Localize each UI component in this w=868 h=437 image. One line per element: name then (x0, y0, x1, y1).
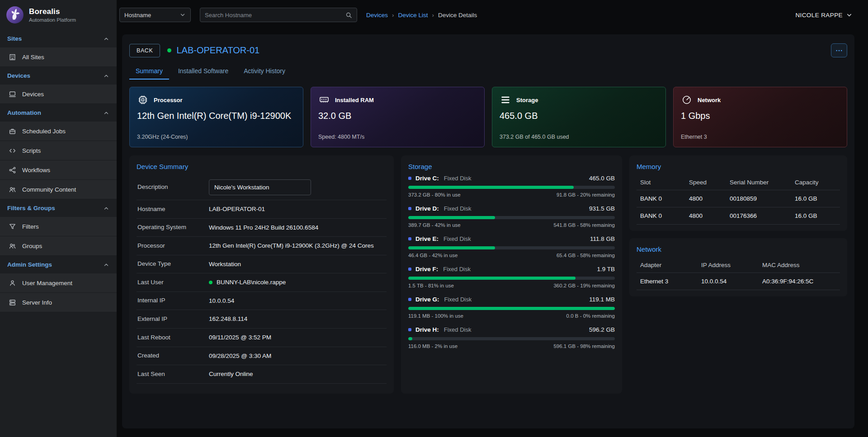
table-row: Ethernet 3 10.0.0.54 A0:36:9F:94:26:5C (637, 273, 840, 290)
stat-card-title: Installed RAM (335, 97, 374, 103)
breadcrumb-link-devices[interactable]: Devices (366, 12, 388, 19)
column-header: IP Address (698, 258, 759, 273)
tab-summary[interactable]: Summary (129, 63, 169, 80)
drive-used: 119.1 MB - 100% in use (408, 313, 463, 319)
drive-row-e: Drive E: Fixed Disk 111.8 GB 46.4 GB - 4… (408, 235, 615, 258)
column-header: Speed (685, 175, 726, 190)
network-adapter: Ethernet 3 (637, 273, 698, 290)
page-title: LAB-OPERATOR-01 (167, 45, 259, 56)
summary-row-description: Description (137, 175, 387, 200)
drive-usage-bar (408, 216, 615, 219)
sidebar-item-community-content[interactable]: Community Content (0, 180, 117, 199)
drive-used: 46.4 GB - 42% in use (408, 253, 458, 258)
drive-remaining: 541.8 GB - 58% remaining (553, 222, 615, 228)
summary-row-last-user: Last User BUNNY-LAB\nicole.rappe (137, 273, 387, 292)
tab-installed-software[interactable]: Installed Software (172, 63, 235, 80)
memory-slot: BANK 0 (637, 190, 685, 207)
sidebar-item-devices[interactable]: Devices (0, 85, 117, 104)
storage-panel: Storage Drive C: Fixed Disk 465.0 GB 373… (401, 155, 622, 394)
user-menu-label: NICOLE RAPPE (795, 12, 843, 19)
stat-card-title: Network (698, 97, 721, 103)
sidebar-item-user-management[interactable]: User Management (0, 273, 117, 293)
brand-name: Borealis (29, 7, 76, 16)
breadcrumb-separator: › (392, 12, 394, 19)
sidebar-item-label: User Management (22, 280, 72, 287)
sidebar-item-server-info[interactable]: Server Info (0, 293, 117, 312)
summary-label: Internal IP (137, 296, 209, 305)
scripts-icon (8, 146, 16, 155)
description-input[interactable] (209, 179, 311, 195)
drive-type: Fixed Disk (444, 175, 472, 182)
sidebar-section-admin-settings[interactable]: Admin Settings (0, 256, 117, 273)
drive-type: Fixed Disk (444, 296, 472, 303)
section-label: Devices (7, 72, 30, 79)
device-summary-panel: Device Summary Description Hostname LAB-… (129, 155, 394, 394)
summary-row-device-type: Device Type Workstation (137, 255, 387, 274)
summary-row-external-ip: External IP 162.248.8.114 (137, 310, 387, 329)
devices-icon (8, 90, 16, 98)
summary-value: 12th Gen Intel(R) Core(TM) i9-12900K (3.… (209, 241, 374, 250)
summary-label: Last User (137, 278, 209, 287)
network-card: Network 1 Gbps Ethernet 3 (673, 87, 847, 147)
summary-value: BUNNY-LAB\nicole.rappe (217, 278, 286, 287)
search-icon[interactable] (345, 12, 352, 19)
user-menu[interactable]: NICOLE RAPPE (795, 12, 853, 19)
sidebar-section-filters-groups[interactable]: Filters & Groups (0, 199, 117, 217)
sidebar-item-filters[interactable]: Filters (0, 217, 117, 236)
sidebar-item-label: All Sites (22, 54, 44, 61)
summary-label: Processor (137, 242, 209, 250)
sidebar-item-groups[interactable]: Groups (0, 236, 117, 256)
sidebar-section-sites[interactable]: Sites (0, 30, 117, 47)
network-icon (681, 94, 693, 106)
hostname-filter-dropdown[interactable]: Hostname (119, 8, 191, 22)
sidebar-item-scripts[interactable]: Scripts (0, 141, 117, 160)
all-sites-icon (8, 53, 16, 61)
sidebar-item-label: Devices (22, 91, 44, 98)
user-management-icon (8, 279, 16, 287)
back-button[interactable]: BACK (129, 44, 160, 57)
drive-name: Drive E: (415, 235, 439, 242)
sidebar-item-workflows[interactable]: Workflows (0, 160, 117, 180)
drive-bullet-icon (408, 237, 411, 240)
table-row: BANK 0 4800 00180859 16.0 GB (637, 190, 840, 207)
drive-size: 931.5 GB (589, 205, 615, 212)
filters-icon (8, 222, 16, 230)
drive-used: 116.0 MB - 2% in use (408, 343, 458, 349)
more-options-button[interactable] (831, 43, 847, 57)
drive-bullet-icon (408, 268, 411, 271)
summary-row-processor: Processor 12th Gen Intel(R) Core(TM) i9-… (137, 237, 387, 255)
section-label: Sites (7, 35, 22, 42)
summary-value: 09/11/2025 @ 3:52 PM (209, 333, 271, 342)
drive-name: Drive F: (415, 266, 438, 273)
sidebar-item-label: Scheduled Jobs (22, 128, 66, 135)
panel-title: Device Summary (137, 163, 387, 170)
memory-serial: 00176366 (726, 207, 791, 225)
search-input[interactable] (205, 12, 345, 19)
drive-usage-bar (408, 337, 615, 340)
drive-name: Drive H: (415, 326, 439, 333)
sidebar-section-automation[interactable]: Automation (0, 104, 117, 122)
sidebar-item-all-sites[interactable]: All Sites (0, 47, 117, 67)
tab-activity-history[interactable]: Activity History (237, 63, 292, 80)
column-header: Adapter (637, 258, 698, 273)
drive-size: 596.2 GB (589, 326, 615, 333)
summary-label: Last Reboot (137, 334, 209, 342)
drive-used: 389.7 GB - 42% in use (408, 222, 461, 228)
breadcrumb-link-device-list[interactable]: Device List (398, 12, 428, 19)
sidebar-item-scheduled-jobs[interactable]: Scheduled Jobs (0, 122, 117, 141)
stat-card-title: Processor (154, 97, 183, 103)
summary-label: Device Type (137, 260, 209, 268)
brand-header[interactable]: Borealis Automation Platform (0, 0, 117, 30)
sidebar-section-devices[interactable]: Devices (0, 67, 117, 85)
search-box (200, 8, 357, 22)
stat-card-title: Storage (516, 97, 538, 103)
memory-serial: 00180859 (726, 190, 791, 207)
community-content-icon (8, 185, 16, 193)
stat-cards: Processor 12th Gen Intel(R) Core(TM) i9-… (129, 87, 847, 147)
drive-row-c: Drive C: Fixed Disk 465.0 GB 373.2 GB - … (408, 175, 615, 197)
chevron-up-icon (103, 262, 109, 268)
memory-slot: BANK 0 (637, 207, 685, 225)
drive-remaining: 596.1 GB - 98% remaining (553, 343, 615, 349)
device-title-row: BACK LAB-OPERATOR-01 (129, 42, 847, 57)
main-column: Hostname Devices › Device List › Device … (117, 0, 868, 437)
